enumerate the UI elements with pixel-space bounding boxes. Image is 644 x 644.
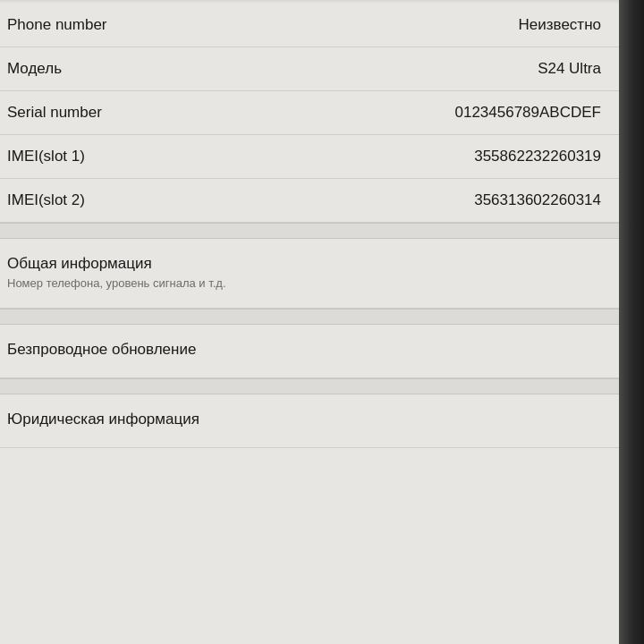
legal-info-title: Юридическая информация <box>7 411 601 428</box>
imei-slot2-value: 356313602260314 <box>474 191 601 209</box>
wireless-update-title: Безпроводное обновление <box>7 341 601 359</box>
serial-number-label: Serial number <box>7 104 102 122</box>
settings-content: Phone number Неизвестно Модель S24 Ultra… <box>0 0 619 644</box>
phone-number-row: Phone number Неизвестно <box>0 4 619 47</box>
imei-slot1-row: IMEI(slot 1) 355862232260319 <box>0 135 619 179</box>
divider-2 <box>0 309 619 325</box>
divider-3 <box>0 378 619 394</box>
device-info-group: Phone number Неизвестно Модель S24 Ultra… <box>0 4 619 223</box>
model-value: S24 Ultra <box>538 60 601 78</box>
legal-info-item[interactable]: Юридическая информация <box>0 394 619 448</box>
serial-number-value: 0123456789ABCDEF <box>454 104 601 122</box>
imei-slot2-label: IMEI(slot 2) <box>7 191 85 209</box>
phone-number-label: Phone number <box>7 16 107 34</box>
phone-number-value: Неизвестно <box>519 16 601 34</box>
general-info-subtitle: Номер телефона, уровень сигнала и т.д. <box>7 275 601 292</box>
imei-slot1-label: IMEI(slot 1) <box>7 148 85 165</box>
right-edge-bar <box>619 0 644 644</box>
general-info-group: Общая информация Номер телефона, уровень… <box>0 239 619 309</box>
model-label: Модель <box>7 60 62 78</box>
imei-slot2-row: IMEI(slot 2) 356313602260314 <box>0 179 619 223</box>
wireless-update-group[interactable]: Безпроводное обновление <box>0 325 619 378</box>
general-info-title: Общая информация <box>7 255 601 273</box>
model-row: Модель S24 Ultra <box>0 47 619 91</box>
serial-number-row: Serial number 0123456789ABCDEF <box>0 91 619 135</box>
legal-info-group[interactable]: Юридическая информация <box>0 394 619 448</box>
divider-1 <box>0 223 619 239</box>
imei-slot1-value: 355862232260319 <box>474 148 601 165</box>
wireless-update-item[interactable]: Безпроводное обновление <box>0 325 619 378</box>
general-info-item: Общая информация Номер телефона, уровень… <box>0 239 619 309</box>
